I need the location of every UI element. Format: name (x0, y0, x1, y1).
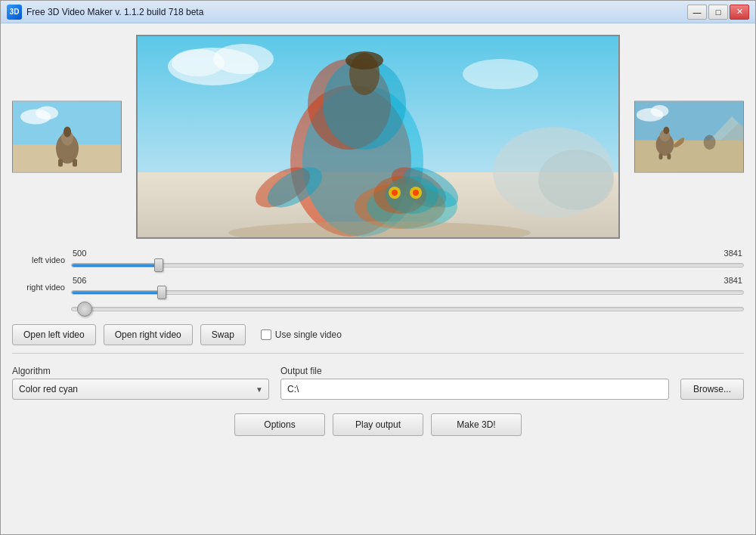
swap-button[interactable]: Swap (200, 324, 246, 345)
settings-row: Algorithm Color red cyanSide by sideTop/… (12, 366, 744, 400)
minimize-button[interactable]: — (687, 5, 707, 20)
right-thumb-svg (635, 101, 743, 173)
svg-rect-47 (659, 153, 663, 159)
right-video-track-bg (71, 290, 744, 295)
svg-point-4 (64, 127, 71, 138)
open-right-video-button[interactable]: Open right video (104, 324, 193, 345)
svg-point-16 (463, 59, 538, 89)
algorithm-label: Algorithm (12, 366, 269, 376)
left-video-slider-container: 500 3841 (71, 249, 744, 271)
close-button[interactable]: ✕ (730, 5, 749, 20)
single-slider-row (71, 303, 744, 315)
output-file-group: Output file (280, 366, 669, 400)
svg-point-12 (538, 150, 614, 210)
svg-point-8 (36, 107, 58, 120)
options-button[interactable]: Options (234, 413, 325, 436)
action-buttons-row: Options Play output Make 3D! (12, 413, 744, 436)
preview-area (12, 31, 744, 243)
algorithm-select[interactable]: Color red cyanSide by sideTop/BottomInte… (12, 379, 269, 400)
left-thumb-svg (13, 102, 122, 173)
left-video-values: 500 3841 (71, 249, 744, 258)
svg-point-50 (651, 105, 669, 117)
svg-rect-41 (635, 140, 743, 172)
left-video-fill (72, 264, 159, 267)
title-bar-left: 3D Free 3D Video Maker v. 1.1.2 build 71… (7, 5, 203, 20)
open-left-video-button[interactable]: Open left video (12, 324, 96, 345)
svg-point-51 (704, 135, 716, 150)
single-slider-container[interactable] (71, 303, 744, 315)
right-video-max: 3841 (724, 276, 742, 285)
left-video-track[interactable] (71, 259, 744, 271)
main-window: 3D Free 3D Video Maker v. 1.1.2 build 71… (0, 0, 756, 535)
app-icon: 3D (7, 5, 22, 20)
use-single-video-text: Use single video (275, 329, 342, 340)
maximize-button[interactable]: □ (708, 5, 728, 20)
algorithm-group: Algorithm Color red cyanSide by sideTop/… (12, 366, 269, 400)
play-output-button[interactable]: Play output (333, 413, 423, 436)
title-bar: 3D Free 3D Video Maker v. 1.1.2 build 71… (1, 1, 755, 23)
left-video-max: 3841 (724, 249, 742, 258)
window-title: Free 3D Video Maker v. 1.1.2 build 718 b… (26, 7, 203, 17)
right-video-slider-row: right video 506 3841 (12, 276, 744, 298)
left-video-label: left video (12, 255, 65, 264)
svg-point-38 (413, 190, 419, 196)
right-video-values: 506 3841 (71, 276, 744, 285)
svg-point-46 (663, 127, 669, 135)
make-3d-button[interactable]: Make 3D! (431, 413, 522, 436)
single-slider-thumb[interactable] (77, 302, 92, 317)
left-thumb-scene (13, 102, 121, 172)
right-video-label: right video (12, 283, 65, 292)
svg-point-26 (345, 51, 383, 70)
preview-svg (138, 36, 620, 239)
left-video-track-bg (71, 263, 744, 268)
output-file-input[interactable] (280, 379, 669, 400)
left-thumbnail (12, 101, 122, 173)
main-preview (136, 35, 620, 239)
browse-button[interactable]: Browse... (680, 379, 744, 400)
right-thumbnail (634, 101, 744, 173)
output-file-label: Output file (280, 366, 669, 376)
right-video-track[interactable] (71, 286, 744, 298)
svg-rect-48 (667, 153, 671, 159)
single-slider-bg (71, 307, 744, 311)
right-video-min: 506 (73, 276, 86, 285)
title-bar-buttons: — □ ✕ (687, 5, 749, 20)
left-video-thumb[interactable] (154, 258, 163, 272)
right-video-slider-container: 506 3841 (71, 276, 744, 298)
sliders-section: left video 500 3841 right vide (12, 249, 744, 315)
svg-rect-5 (58, 159, 63, 167)
main-content: left video 500 3841 right vide (1, 23, 755, 534)
left-video-slider-row: left video 500 3841 (12, 249, 744, 271)
use-single-video-checkbox[interactable] (261, 329, 271, 340)
svg-point-37 (392, 190, 398, 196)
right-video-thumb[interactable] (157, 286, 166, 299)
svg-rect-6 (73, 159, 77, 167)
algorithm-select-wrapper: Color red cyanSide by sideTop/BottomInte… (12, 379, 269, 400)
use-single-video-label[interactable]: Use single video (261, 329, 342, 340)
video-buttons-row: Open left video Open right video Swap Us… (12, 324, 744, 345)
right-video-fill (72, 291, 163, 294)
svg-point-15 (172, 49, 225, 76)
left-video-min: 500 (73, 249, 86, 258)
divider (12, 353, 744, 354)
